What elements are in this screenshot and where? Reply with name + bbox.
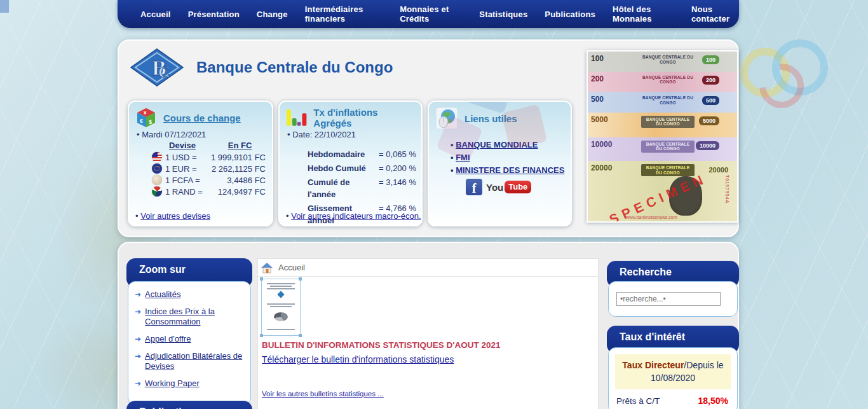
download-bulletin-link[interactable]: Télécharger le bulletin d'informations s… xyxy=(262,354,454,364)
us-flag-icon xyxy=(152,152,162,162)
currency-label: 1 RAND = xyxy=(165,187,207,197)
sidebar-item-indice-prix[interactable]: Indice des Prix à la Consommation xyxy=(145,307,245,327)
list-item: ➜ Appel d'offre xyxy=(135,334,245,344)
taux-directeur-label: Taux Directeur xyxy=(622,360,684,370)
anniversary-logo-ring xyxy=(772,39,828,95)
nav-item-accueil[interactable]: Accueil xyxy=(140,10,171,19)
list-item: MINISTERE DES FINANCES xyxy=(451,165,566,175)
column-en-fc: En FC xyxy=(213,141,267,150)
taux-directeur-box: Taux Directeur/Depuis le 10/08/2020 xyxy=(615,354,731,389)
fmi-link[interactable]: FMI xyxy=(456,153,470,162)
banque-mondiale-link[interactable]: BANQUE MONDIALE xyxy=(456,140,538,149)
sidebar-item-working-paper[interactable]: Working Paper xyxy=(145,378,200,389)
currency-label: 1 FCFA = xyxy=(165,176,207,185)
bank-name-text: BANQUE CENTRALE DU CONGO xyxy=(641,95,695,105)
ministere-finances-link[interactable]: MINISTERE DES FINANCES xyxy=(456,165,564,175)
more-bulletins-link[interactable]: Voir les autres bulletins statistiques .… xyxy=(262,390,384,398)
note-badge: 20000 xyxy=(705,165,732,175)
list-item: ➜ Adjudication Bilatérales de Devises xyxy=(135,351,245,371)
brand: B C Banque Centrale du Congo xyxy=(130,48,393,87)
globe-mouse-icon xyxy=(435,107,458,130)
anniversary-logo-ring xyxy=(750,55,813,118)
note-badge: 500 xyxy=(702,96,719,105)
inflation-value: = 0,200 % xyxy=(379,162,416,174)
banknote-500: 500 BANQUE CENTRALE DU CONGO 500 xyxy=(588,92,737,113)
nav-item-change[interactable]: Change xyxy=(257,10,288,19)
nav-item-publications[interactable]: Publications xyxy=(545,10,595,19)
anniversary-logo-ring xyxy=(740,48,790,97)
arrow-icon: ➜ xyxy=(135,307,141,317)
note-serial: T0197954A xyxy=(725,175,729,204)
bcc-logo: B C xyxy=(130,48,184,87)
publications-panel: Publications xyxy=(126,401,252,409)
arrow-icon: ➜ xyxy=(135,351,141,361)
inflation-label: Hebdo Cumulé xyxy=(308,162,379,174)
inflation-value: = 3,146 % xyxy=(379,176,416,200)
search-panel: Recherche xyxy=(607,261,739,317)
useful-links-list: BANQUE MONDIALE FMI MINISTERE DES FINANC… xyxy=(451,140,566,175)
banknote-5000: 5000 BANQUE CENTRALE DU CONGO 5000 xyxy=(588,113,737,137)
inflation-value: = 0,065 % xyxy=(379,148,416,160)
arrow-icon: ➜ xyxy=(135,334,141,344)
arrow-icon: ➜ xyxy=(135,378,141,389)
search-input[interactable] xyxy=(616,292,721,306)
top-navigation: Accueil Présentation Change Intermédiair… xyxy=(118,0,739,28)
inflation-label: Hebdomadaire xyxy=(308,148,379,160)
bulletin-title: BULLETIN D'INFORMATIONS STATISTIQUES D'A… xyxy=(262,340,500,350)
rate-value: 18,50% xyxy=(698,396,728,406)
note-value: 200 xyxy=(591,74,604,83)
inflation-title: Tx d'inflations Agrégés xyxy=(313,107,416,128)
arrow-icon: ➜ xyxy=(135,289,141,300)
nav-item-intermediaires[interactable]: Intermédiaires financiers xyxy=(305,4,383,24)
selection-handle xyxy=(299,334,302,337)
voir-indicateurs-link[interactable]: Voir autres indicateurs macro-écon. xyxy=(291,211,421,221)
selection-handle xyxy=(260,334,263,337)
bulletin-cover-art xyxy=(264,283,298,330)
banknote-20000: 20000 BANQUE CENTRALE DU CONGO 20000 SPE… xyxy=(588,161,737,221)
nav-item-hotel-monnaies[interactable]: Hôtel des Monnaies xyxy=(613,4,674,24)
table-row: Cumulé de l'année = 3,146 % xyxy=(308,176,416,200)
eu-flag-icon xyxy=(152,163,162,174)
header-panel: B C Banque Centrale du Congo ¥ € $ Cours… xyxy=(118,39,739,237)
nav-item-presentation[interactable]: Présentation xyxy=(188,10,240,19)
table-row: 1 RAND = 124,9497 FC xyxy=(152,186,267,197)
svg-text:€: € xyxy=(140,118,143,124)
youtube-you-text: You xyxy=(486,182,503,193)
voir-autres-devises-link[interactable]: Voir autres devises xyxy=(140,211,210,221)
note-badge: 200 xyxy=(702,76,719,85)
taux-directeur-date: 10/08/2020 xyxy=(651,373,695,383)
sidebar-item-adjudication[interactable]: Adjudication Bilatérales de Devises xyxy=(145,351,245,371)
note-value: 10000 xyxy=(591,140,612,149)
selection-handle xyxy=(299,277,302,281)
bulletin-thumbnail[interactable] xyxy=(262,279,300,335)
currency-label: 1 EUR = xyxy=(165,164,207,174)
svg-text:$: $ xyxy=(149,119,152,125)
youtube-icon[interactable]: You Tube xyxy=(486,181,531,193)
card-cours-de-change: ¥ € $ Cours de change Mardi 07/12/2021 D… xyxy=(128,101,273,226)
sidebar-item-appel-offre[interactable]: Appel d'offre xyxy=(145,334,191,344)
za-flag-icon xyxy=(152,186,162,197)
inflation-date: Date: 22/10/2021 xyxy=(287,130,416,139)
note-value: 20000 xyxy=(591,163,612,172)
nav-item-statistiques[interactable]: Statistiques xyxy=(479,10,527,19)
nav-item-monnaies[interactable]: Monnaies et Crédits xyxy=(400,4,462,24)
bank-name-text: BANQUE CENTRALE DU CONGO xyxy=(641,116,695,128)
main-content: Accueil BULLETIN D'INFORMATIONS STATISTI… xyxy=(257,258,599,409)
background-artifact xyxy=(0,0,9,13)
note-value: 100 xyxy=(591,54,604,63)
note-badge: 10000 xyxy=(696,141,719,150)
panel-title: Publications xyxy=(126,401,252,409)
card-liens-utiles: Liens utiles BANQUE MONDIALE FMI MINISTE… xyxy=(428,101,572,226)
selection-handle xyxy=(260,277,263,281)
zoom-sur-list: ➜ Actualités ➜ Indice des Prix à la Cons… xyxy=(135,289,245,389)
bank-name-text: BANQUE CENTRALE DU CONGO xyxy=(641,55,695,64)
currency-value: 2 262,1125 FC xyxy=(207,164,267,174)
sidebar-item-actualites[interactable]: Actualités xyxy=(145,289,180,300)
list-item: ➜ Actualités xyxy=(135,289,245,300)
exchange-rate-table: Devise En FC 1 USD = 1 999,9101 FC 1 EUR… xyxy=(152,141,267,197)
facebook-icon[interactable]: f xyxy=(466,179,482,195)
fcfa-coin-icon xyxy=(152,175,162,185)
currency-value: 124,9497 FC xyxy=(207,187,267,197)
nav-item-contacter[interactable]: Nous contacter xyxy=(691,4,739,24)
cours-de-change-link[interactable]: Cours de change xyxy=(163,113,241,123)
